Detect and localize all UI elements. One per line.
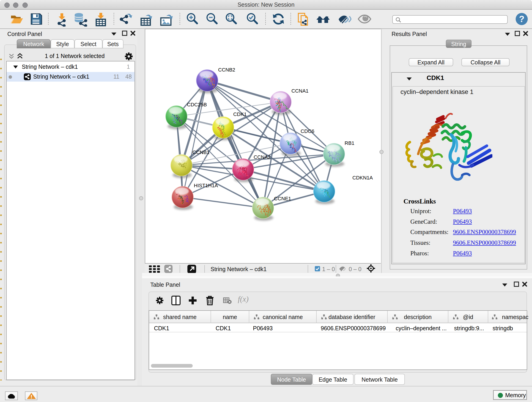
svg-text:CCNB2: CCNB2 [218, 67, 235, 73]
svg-text:?: ? [519, 14, 524, 24]
svg-text:RB1: RB1 [345, 140, 355, 146]
svg-text:CCNA2: CCNA2 [254, 154, 271, 160]
svg-text:CCNB1: CCNB1 [192, 149, 210, 155]
svg-text:HIST1H1A: HIST1H1A [194, 183, 218, 188]
svg-text:CDKN1A: CDKN1A [352, 175, 373, 181]
svg-text:CDC25B: CDC25B [187, 102, 207, 108]
svg-text:CCNA1: CCNA1 [291, 88, 309, 94]
svg-text:CDC6: CDC6 [301, 128, 314, 134]
svg-text:CDK1: CDK1 [233, 111, 247, 117]
svg-text:CCNE1: CCNE1 [274, 196, 291, 201]
